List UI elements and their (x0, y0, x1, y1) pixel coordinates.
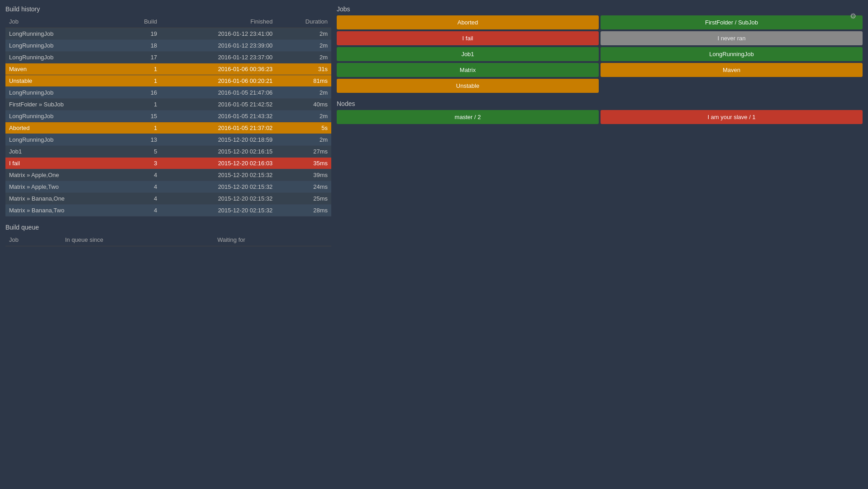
cell-duration: 2m (276, 40, 331, 52)
cell-finished: 2016-01-05 21:42:52 (161, 99, 276, 110)
cell-job: Unstable (5, 75, 123, 87)
cell-build: 1 (123, 75, 161, 87)
cell-build: 18 (123, 40, 161, 52)
cell-finished: 2015-12-20 02:16:15 (161, 146, 276, 158)
cell-duration: 31s (276, 63, 331, 75)
cell-duration: 2m (276, 52, 331, 63)
cell-build: 19 (123, 28, 161, 40)
table-row[interactable]: I fail 3 2015-12-20 02:16:03 35ms (5, 158, 331, 169)
gear-icon[interactable]: ⚙ (850, 12, 856, 20)
table-row[interactable]: LongRunningJob 13 2015-12-20 02:18:59 2m (5, 134, 331, 146)
cell-build: 5 (123, 146, 161, 158)
job-button[interactable]: Job1 (337, 47, 599, 61)
cell-build: 4 (123, 181, 161, 193)
build-history-title: Build history (5, 5, 331, 13)
cell-build: 1 (123, 122, 161, 134)
build-queue-section: Build queue Job In queue since Waiting f… (5, 224, 331, 246)
table-row[interactable]: Aborted 1 2016-01-05 21:37:02 5s (5, 122, 331, 134)
table-row[interactable]: LongRunningJob 15 2016-01-05 21:43:32 2m (5, 110, 331, 122)
nodes-title: Nodes (337, 100, 863, 107)
build-queue-table: Job In queue since Waiting for (5, 234, 331, 246)
table-row[interactable]: LongRunningJob 16 2016-01-05 21:47:06 2m (5, 87, 331, 99)
table-row[interactable]: Matrix » Banana,One 4 2015-12-20 02:15:3… (5, 193, 331, 205)
cell-finished: 2016-01-06 00:36:23 (161, 63, 276, 75)
cell-job: Aborted (5, 122, 123, 134)
cell-build: 3 (123, 158, 161, 169)
cell-job: LongRunningJob (5, 87, 123, 99)
cell-build: 16 (123, 87, 161, 99)
job-button[interactable]: Aborted (337, 15, 599, 29)
cell-job: LongRunningJob (5, 28, 123, 40)
cell-build: 4 (123, 169, 161, 181)
cell-finished: 2015-12-20 02:15:32 (161, 181, 276, 193)
job-button[interactable]: FirstFolder / SubJob (601, 15, 863, 29)
cell-finished: 2016-01-06 00:20:21 (161, 75, 276, 87)
job-button[interactable]: Maven (601, 63, 863, 77)
cell-duration: 25ms (276, 193, 331, 205)
table-row[interactable]: Job1 5 2015-12-20 02:16:15 27ms (5, 146, 331, 158)
job-button[interactable]: I never ran (601, 31, 863, 45)
cell-duration: 2m (276, 134, 331, 146)
node-button[interactable]: master / 2 (337, 110, 599, 124)
cell-job: Job1 (5, 146, 123, 158)
cell-build: 15 (123, 110, 161, 122)
cell-duration: 40ms (276, 99, 331, 110)
cell-finished: 2016-01-05 21:37:02 (161, 122, 276, 134)
jobs-section: Jobs ⚙ AbortedFirstFolder / SubJobI fail… (337, 5, 863, 93)
job-button[interactable]: LongRunningJob (601, 47, 863, 61)
cell-job: LongRunningJob (5, 134, 123, 146)
nodes-section: Nodes master / 2I am your slave / 1 (337, 100, 863, 124)
cell-duration: 2m (276, 28, 331, 40)
col-queue-waiting: Waiting for (214, 234, 331, 246)
cell-job: LongRunningJob (5, 52, 123, 63)
table-row[interactable]: LongRunningJob 18 2016-01-12 23:39:00 2m (5, 40, 331, 52)
cell-duration: 2m (276, 87, 331, 99)
cell-build: 4 (123, 205, 161, 216)
table-row[interactable]: Unstable 1 2016-01-06 00:20:21 81ms (5, 75, 331, 87)
table-row[interactable]: LongRunningJob 19 2016-01-12 23:41:00 2m (5, 28, 331, 40)
cell-duration: 2m (276, 110, 331, 122)
cell-finished: 2015-12-20 02:15:32 (161, 193, 276, 205)
cell-job: Matrix » Banana,Two (5, 205, 123, 216)
jobs-grid: AbortedFirstFolder / SubJobI failI never… (337, 15, 863, 93)
cell-duration: 24ms (276, 181, 331, 193)
cell-finished: 2016-01-12 23:41:00 (161, 28, 276, 40)
col-job: Job (5, 15, 123, 28)
cell-job: Maven (5, 63, 123, 75)
cell-duration: 81ms (276, 75, 331, 87)
table-row[interactable]: Matrix » Banana,Two 4 2015-12-20 02:15:3… (5, 205, 331, 216)
jobs-title: Jobs (337, 5, 863, 13)
cell-finished: 2015-12-20 02:15:32 (161, 205, 276, 216)
cell-finished: 2015-12-20 02:15:32 (161, 169, 276, 181)
table-row[interactable]: Maven 1 2016-01-06 00:36:23 31s (5, 63, 331, 75)
cell-build: 17 (123, 52, 161, 63)
table-row[interactable]: LongRunningJob 17 2016-01-12 23:37:00 2m (5, 52, 331, 63)
cell-duration: 39ms (276, 169, 331, 181)
cell-duration: 35ms (276, 158, 331, 169)
table-row[interactable]: Matrix » Apple,Two 4 2015-12-20 02:15:32… (5, 181, 331, 193)
cell-duration: 28ms (276, 205, 331, 216)
cell-job: Matrix » Apple,One (5, 169, 123, 181)
cell-job: I fail (5, 158, 123, 169)
node-button[interactable]: I am your slave / 1 (601, 110, 863, 124)
cell-duration: 5s (276, 122, 331, 134)
cell-job: Matrix » Banana,One (5, 193, 123, 205)
jobs-header: Jobs ⚙ (337, 5, 863, 13)
cell-job: LongRunningJob (5, 40, 123, 52)
table-row[interactable]: Matrix » Apple,One 4 2015-12-20 02:15:32… (5, 169, 331, 181)
col-queue-since: In queue since (62, 234, 214, 246)
cell-build: 13 (123, 134, 161, 146)
cell-duration: 27ms (276, 146, 331, 158)
col-finished: Finished (161, 15, 276, 28)
cell-build: 4 (123, 193, 161, 205)
nodes-grid: master / 2I am your slave / 1 (337, 110, 863, 124)
table-row[interactable]: FirstFolder » SubJob 1 2016-01-05 21:42:… (5, 99, 331, 110)
job-button[interactable]: Matrix (337, 63, 599, 77)
job-button[interactable]: Unstable (337, 79, 599, 93)
col-duration: Duration (276, 15, 331, 28)
cell-finished: 2016-01-12 23:37:00 (161, 52, 276, 63)
cell-finished: 2015-12-20 02:16:03 (161, 158, 276, 169)
cell-finished: 2016-01-05 21:47:06 (161, 87, 276, 99)
job-button[interactable]: I fail (337, 31, 599, 45)
cell-build: 1 (123, 63, 161, 75)
